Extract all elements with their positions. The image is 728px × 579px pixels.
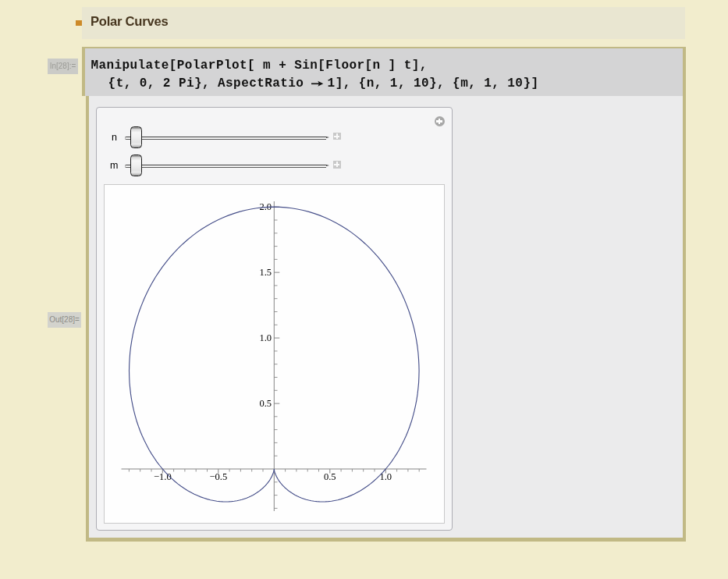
- svg-text:1.5: 1.5: [259, 267, 272, 278]
- svg-text:1.0: 1.0: [259, 332, 272, 343]
- svg-text:{t, 0, 2 Pi}, AspectRatio: {t, 0, 2 Pi}, AspectRatio: [108, 76, 304, 91]
- svg-text:−0.5: −0.5: [209, 471, 227, 482]
- svg-text:1], {n, 1, 10}, {m, 1, 10}]: 1], {n, 1, 10}, {m, 1, 10}]: [328, 76, 539, 91]
- svg-text:−1.0: −1.0: [153, 471, 171, 482]
- svg-text:0.5: 0.5: [323, 471, 336, 482]
- svg-text:0.5: 0.5: [259, 398, 272, 409]
- svg-text:1.0: 1.0: [379, 471, 392, 482]
- svg-text:Manipulate[PolarPlot[ m + Sin[: Manipulate[PolarPlot[ m + Sin[Floor[n ] …: [91, 59, 427, 73]
